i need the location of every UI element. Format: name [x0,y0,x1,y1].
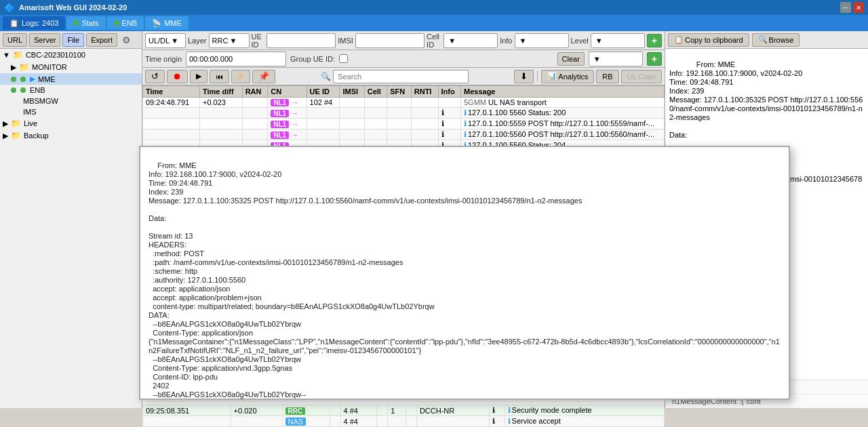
cell-id-label: Cell ID [427,33,441,49]
cell-info: ℹ [438,129,461,140]
pin-btn[interactable]: 📌 [252,70,275,83]
ue-id-field[interactable] [270,37,332,45]
cell-cell [364,119,387,129]
tab-mme[interactable]: 📡 MME [145,16,189,30]
cell-id-select[interactable]: ▼ [443,33,498,48]
layer-label: Layer [188,37,207,45]
cell-rnti [416,416,489,427]
log-toolbar: ↺ ⏺ ▶ ⏮ ⚠ 📌 🔍 ⬇ 📊 Analytics RB UL Caps [142,68,665,85]
cell-time-diff [199,108,242,119]
clipboard-icon: 📋 [674,35,684,44]
info-select[interactable]: ▼ [515,33,569,48]
col-ran[interactable]: RAN [242,86,268,98]
ul-caps-btn[interactable]: UL Caps [621,70,662,83]
add-column-btn[interactable]: + [647,52,662,66]
minimize-btn[interactable]: ─ [840,2,851,13]
cell-cell [364,129,387,140]
sidebar-item-ims[interactable]: IMS [0,106,142,117]
table-row[interactable]: NL1 → ℹ ℹ127.0.1.100:5559 POST http://12… [143,119,665,129]
browse-btn[interactable]: 🔍 Browse [752,33,800,47]
level-select[interactable]: ▼ [591,33,645,48]
warn-btn[interactable]: ⚠ [231,70,250,83]
sidebar-server-btn[interactable]: Server [29,33,60,47]
mme-run-icon: ▶ [30,75,35,83]
cell-ran [242,108,268,119]
cell-cell [364,98,387,108]
col-cn[interactable]: CN [268,86,307,98]
stop-btn[interactable]: ⏺ [167,70,188,83]
add-filter-btn[interactable]: + [647,34,662,47]
tab-stats[interactable]: Stats [66,16,105,30]
ul-dl-select[interactable]: UL/DL ▼ [145,33,186,48]
next-btn[interactable]: ▶ [190,70,208,83]
sidebar-settings-icon[interactable]: ⚙ [122,35,131,45]
col-rnti[interactable]: RNTI [411,86,438,98]
analytics-btn[interactable]: 📊 Analytics [541,70,594,83]
rb-btn[interactable]: RB [596,70,618,83]
sidebar-item-cbc[interactable]: ▼ 📁 CBC-2023010100 [0,49,142,61]
mme-status-dot2 [20,77,26,82]
tab-enb[interactable]: ENB [107,16,144,30]
cell-ue-id [307,108,340,119]
sidebar-item-live[interactable]: ▶ 📁 Live [0,117,142,129]
col-cell[interactable]: Cell [364,86,387,98]
table-row[interactable]: NL1 → ℹ ℹ127.0.1.100 5560 Status: 200 [143,108,665,119]
download-btn[interactable]: ⬇ [514,70,534,83]
cell-info: ℹ [489,405,505,416]
cell-ran [242,129,268,140]
refresh-btn[interactable]: ↺ [145,70,165,83]
col-imsi[interactable]: IMSI [340,86,364,98]
col-message[interactable]: Message [461,86,665,98]
cell-ran [242,119,268,129]
close-btn[interactable]: ✕ [853,2,864,13]
sidebar-item-monitor[interactable]: ▶ 📁 MONITOR [0,61,142,73]
col-info[interactable]: Info [438,86,461,98]
live-expand-icon: ▶ [3,119,8,128]
sidebar-export-btn[interactable]: Export [86,33,117,47]
ue-id-label: UE ID [252,33,265,49]
right-panel-toolbar: 📋 Copy to clipboard 🔍 Browse [665,31,868,49]
layer-select[interactable]: RRC ▼ [209,33,250,48]
table-row[interactable]: NAS 4 #4 ℹ ℹService accept [143,416,665,427]
imsi-field[interactable] [359,37,421,45]
cell-time-diff [231,416,282,427]
ue-id-input[interactable] [267,33,336,48]
clear-btn[interactable]: Clear [557,52,585,66]
cell-ran: RRC [282,405,330,416]
table-row[interactable]: NL1 → ℹ ℹ127.0.1.100:5560 POST http://12… [143,129,665,140]
cell-sfn [387,108,412,119]
search-icon: 🔍 [321,72,331,81]
col-time[interactable]: Time [143,86,200,98]
sidebar-item-enb[interactable]: ENB [0,85,142,96]
time-origin-field[interactable] [189,55,283,63]
sidebar-url-btn[interactable]: URL [3,33,27,47]
prev-btn[interactable]: ⏮ [210,70,229,83]
imsi-input[interactable] [355,33,425,48]
cell-info [438,98,461,108]
table-row[interactable]: 09:24:48.791 +0.023 NL1 → 102 #4 5GMM UL… [143,98,665,108]
sidebar-item-mme[interactable]: ▶ MME [0,73,142,85]
sidebar-item-backup[interactable]: ▶ 📁 Backup [0,129,142,142]
table-row[interactable]: 09:25:08.351 +0.020 RRC 4 #4 1 DCCH-NR ℹ… [143,405,665,416]
cell-message: ℹ127.0.1.100 5560 Status: 200 [461,108,665,119]
col-ue-id[interactable]: UE ID [307,86,340,98]
folder-expand-icon2: ▶ [11,63,16,72]
cell-ran: NAS [282,416,330,427]
group-ue-checkbox[interactable] [339,54,348,63]
col-time-diff[interactable]: Time diff [199,86,242,98]
time-origin-input[interactable] [186,52,286,66]
search-input[interactable] [333,70,469,83]
level-label: Level [571,37,589,45]
sidebar-file-btn[interactable]: File [62,33,84,47]
cell-time [143,119,200,129]
cell-info: ℹ [438,108,461,119]
copy-to-clipboard-btn[interactable]: 📋 Copy to clipboard [668,33,749,47]
col-sfn[interactable]: SFN [387,86,412,98]
sidebar-item-mbsmgw[interactable]: MBSMGW [0,96,142,106]
cell-imsi [340,129,364,140]
clear-select[interactable]: ▼ [589,52,643,66]
tab-logs[interactable]: 📋 Logs: 2403 [3,16,65,30]
info-label: Info [500,37,512,45]
cell-time [143,416,231,427]
cell-info: ℹ [438,119,461,129]
